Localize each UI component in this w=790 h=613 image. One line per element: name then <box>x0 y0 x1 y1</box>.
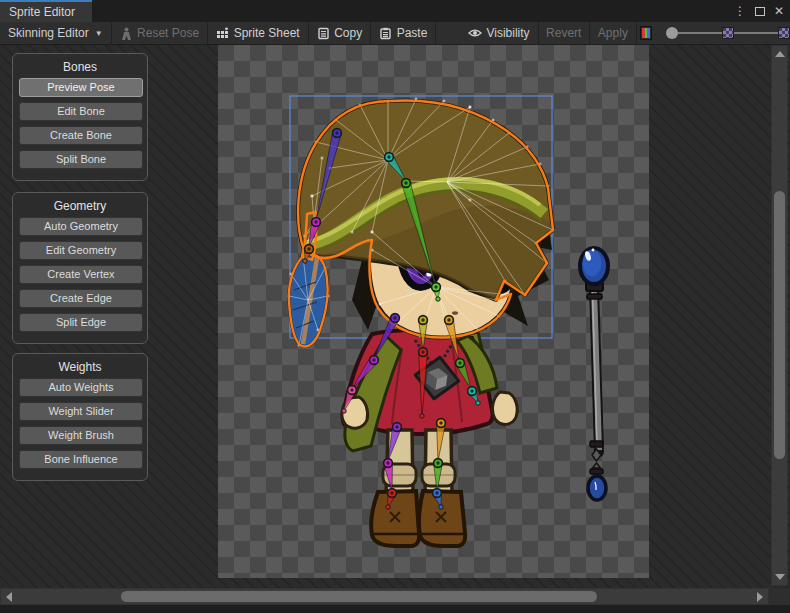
reset-pose-icon <box>119 26 133 40</box>
paste-button[interactable]: Paste <box>371 22 436 45</box>
panel-title: Weights <box>19 357 141 378</box>
sprite-sheet-icon <box>216 26 230 40</box>
visibility-button[interactable]: Visibility <box>460 22 537 45</box>
scrollbar-corner <box>769 588 790 605</box>
sprite-canvas[interactable] <box>218 45 649 578</box>
texture-preview-icon <box>778 27 790 39</box>
menu-icon[interactable]: ⋮ <box>734 5 746 17</box>
apply-button[interactable]: Apply <box>590 22 636 45</box>
horizontal-scrollbar[interactable] <box>0 588 769 605</box>
scroll-left-icon[interactable] <box>6 592 12 602</box>
panel-geometry: Geometry Auto Geometry Edit Geometry Cre… <box>12 192 148 344</box>
reset-pose-label: Reset Pose <box>137 26 199 40</box>
create-vertex-button[interactable]: Create Vertex <box>19 265 143 284</box>
revert-button[interactable]: Revert <box>538 22 589 45</box>
panel-title: Geometry <box>19 196 141 217</box>
close-icon[interactable]: ✕ <box>774 5 784 17</box>
edit-geometry-button[interactable]: Edit Geometry <box>19 241 143 260</box>
copy-icon <box>316 26 330 40</box>
weight-brush-button[interactable]: Weight Brush <box>19 426 143 445</box>
scroll-right-icon[interactable] <box>757 592 763 602</box>
alpha-slider <box>666 27 790 39</box>
create-edge-button[interactable]: Create Edge <box>19 289 143 308</box>
tab-title: Sprite Editor <box>9 5 75 19</box>
workspace: Bones Preview Pose Edit Bone Create Bone… <box>0 45 790 613</box>
split-bone-button[interactable]: Split Bone <box>19 150 143 169</box>
slider-track[interactable] <box>678 32 722 34</box>
paste-icon <box>379 26 393 40</box>
auto-weights-button[interactable]: Auto Weights <box>19 378 143 397</box>
skinning-editor-label: Skinning Editor <box>8 26 89 40</box>
weight-slider-button[interactable]: Weight Slider <box>19 402 143 421</box>
tab-bar: Sprite Editor ⋮ ✕ <box>0 0 790 22</box>
sprite-editor-window: Sprite Editor ⋮ ✕ Skinning Editor ▼ Rese… <box>0 0 790 613</box>
color-channels-button[interactable] <box>640 26 652 40</box>
panel-weights: Weights Auto Weights Weight Slider Weigh… <box>12 353 148 481</box>
reset-pose-button[interactable]: Reset Pose <box>111 22 207 45</box>
scroll-down-icon[interactable] <box>775 574 785 580</box>
slider-handle[interactable] <box>666 27 678 39</box>
texture-preview-icon <box>722 27 734 39</box>
window-controls: ⋮ ✕ <box>734 0 784 22</box>
split-edge-button[interactable]: Split Edge <box>19 313 143 332</box>
sprite-overlay <box>218 45 649 578</box>
panel-bones: Bones Preview Pose Edit Bone Create Bone… <box>12 53 148 181</box>
slider-track[interactable] <box>734 32 778 34</box>
skinning-editor-dropdown[interactable]: Skinning Editor ▼ <box>0 22 111 45</box>
revert-label: Revert <box>546 26 581 40</box>
horizontal-scrollbar-thumb[interactable] <box>121 591 597 602</box>
auto-geometry-button[interactable]: Auto Geometry <box>19 217 143 236</box>
sprite-sheet-button[interactable]: Sprite Sheet <box>208 22 308 45</box>
visibility-label: Visibility <box>486 26 529 40</box>
chevron-down-icon: ▼ <box>95 29 103 38</box>
blue-channel-chip <box>647 28 650 38</box>
vertical-scrollbar-thumb[interactable] <box>774 191 785 459</box>
paste-label: Paste <box>397 26 428 40</box>
tab-sprite-editor[interactable]: Sprite Editor <box>0 0 92 22</box>
toolbar: Skinning Editor ▼ Reset Pose Sprite Shee… <box>0 22 790 45</box>
staff-sprite <box>580 248 608 500</box>
preview-pose-button[interactable]: Preview Pose <box>19 78 143 97</box>
status-strip <box>0 605 790 613</box>
sprite-sheet-label: Sprite Sheet <box>234 26 300 40</box>
maximize-icon[interactable] <box>755 7 765 16</box>
copy-label: Copy <box>334 26 362 40</box>
edit-bone-button[interactable]: Edit Bone <box>19 102 143 121</box>
bone-influence-button[interactable]: Bone Influence <box>19 450 143 469</box>
create-bone-button[interactable]: Create Bone <box>19 126 143 145</box>
apply-label: Apply <box>598 26 628 40</box>
eye-icon <box>468 26 482 40</box>
copy-button[interactable]: Copy <box>308 22 370 45</box>
scroll-up-icon[interactable] <box>775 51 785 57</box>
vertical-scrollbar[interactable] <box>771 45 788 586</box>
panel-title: Bones <box>19 57 141 78</box>
